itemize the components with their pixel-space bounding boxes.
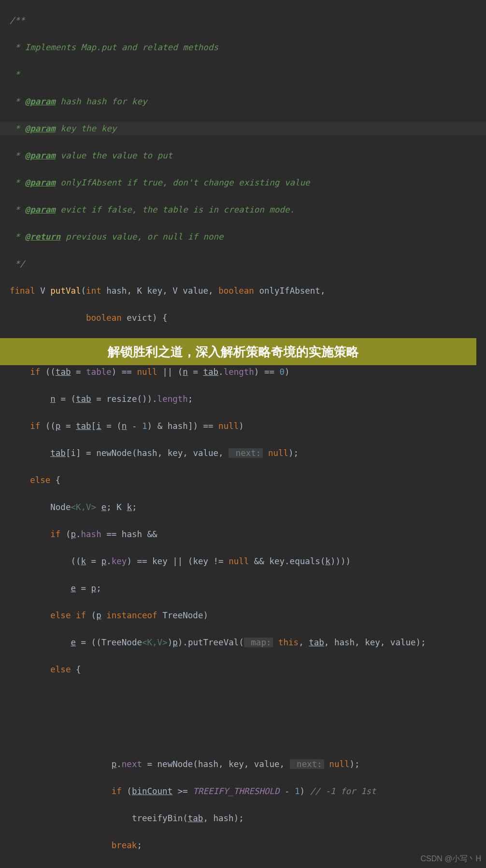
javadoc-line: * (10, 68, 486, 81)
code-line: else if (p instanceof TreeNode) (10, 609, 486, 622)
watermark: CSDN @小写丶H (420, 854, 481, 864)
code-line: break; (10, 839, 486, 852)
overlay-banner: 解锁胜利之道，深入解析策略奇境的实施策略 (0, 338, 476, 365)
javadoc-open: /** (10, 14, 486, 27)
code-line: p.next = newNode(hash, key, value, next:… (10, 757, 486, 771)
hidden-line (10, 730, 486, 744)
code-line: ((k = p.key) == key || (key != null && k… (10, 555, 486, 568)
javadoc-line: * Implements Map.put and related methods (10, 41, 486, 54)
javadoc-close: */ (10, 257, 486, 270)
code-line: if (binCount >= TREEIFY_THRESHOLD - 1) /… (10, 784, 486, 798)
code-line: else { (10, 473, 486, 487)
code-line: e = p; (10, 582, 486, 595)
parameter-hint: next: (229, 448, 263, 458)
method-signature: final V putVal(int hash, K key, V value,… (10, 284, 486, 298)
code-line: treeifyBin(tab, hash); (10, 811, 486, 825)
code-line: else { (10, 663, 486, 676)
javadoc-return: * @return previous value, or null if non… (10, 230, 486, 243)
code-line: e = ((TreeNode<K,V>)p).putTreeVal( map: … (10, 636, 486, 649)
javadoc-param-highlighted: * @param key the key (0, 122, 486, 135)
parameter-hint: next: (290, 759, 324, 769)
code-line: Node<K,V> e; K k; (10, 500, 486, 514)
code-line: if (p.hash == hash && (10, 527, 486, 541)
javadoc-param: * @param value the value to put (10, 149, 486, 162)
code-line: n = (tab = resize()).length; (10, 392, 486, 406)
code-line: if ((tab = table) == null || (n = tab.le… (10, 365, 486, 379)
code-line: } (10, 866, 486, 868)
method-signature-2: boolean evict) { (10, 311, 486, 325)
parameter-hint: map: (244, 638, 273, 647)
javadoc-param: * @param hash hash for key (10, 95, 486, 108)
code-line: tab[i] = newNode(hash, key, value, next:… (10, 446, 486, 460)
hidden-line (10, 703, 486, 717)
javadoc-param: * @param onlyIfAbsent if true, don't cha… (10, 176, 486, 189)
code-editor[interactable]: /** * Implements Map.put and related met… (0, 0, 486, 868)
code-line: if ((p = tab[i = (n - 1) & hash]) == nul… (10, 419, 486, 433)
javadoc-param: * @param evict if false, the table is in… (10, 203, 486, 216)
